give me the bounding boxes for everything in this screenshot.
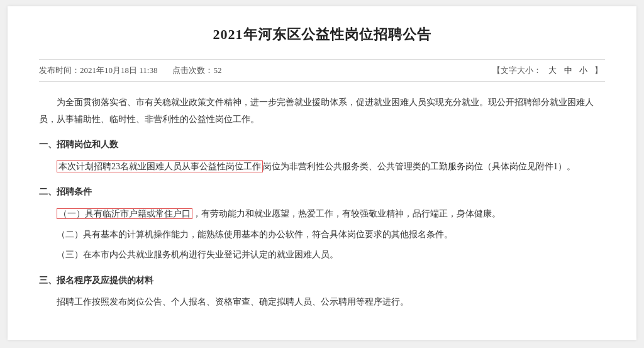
font-size-bracket-open: 【文字大小： xyxy=(492,65,541,75)
section1-rest: 岗位为非营利性公共服务类、公共管理类的工勤服务岗位（具体岗位见附件1）。 xyxy=(263,162,575,171)
condition1-rest: ，有劳动能力和就业愿望，热爱工作，有较强敬业精神，品行端正，身体健康。 xyxy=(192,209,501,218)
section3-para: 招聘工作按照发布岗位公告、个人报名、资格审查、确定拟聘人员、公示聘用等程序进行。 xyxy=(39,294,605,311)
article-content: 为全面贯彻落实省、市有关稳就业政策文件精神，进一步完善就业援助体系，促进就业困难… xyxy=(39,94,605,311)
page-container: 2021年河东区公益性岗位招聘公告 发布时间：2021年10月18日 11:38… xyxy=(8,6,636,340)
section1-title: 一、招聘岗位和人数 xyxy=(39,137,605,154)
publish-time: 发布时间：2021年10月18日 11:38 xyxy=(39,65,157,76)
intro-paragraph: 为全面贯彻落实省、市有关稳就业政策文件精神，进一步完善就业援助体系，促进就业困难… xyxy=(39,94,605,128)
section3-title: 三、报名程序及应提供的材料 xyxy=(39,272,605,289)
section1-highlight: 本次计划招聘23名就业困难人员从事公益性岗位工作 xyxy=(57,160,263,172)
condition3: （三）在本市内公共就业服务机构进行失业登记并认定的就业困难人员。 xyxy=(39,247,605,264)
font-medium-btn[interactable]: 中 xyxy=(564,65,572,75)
font-large-btn[interactable]: 大 xyxy=(548,65,557,75)
condition1-highlight: （一）具有临沂市户籍或常住户口 xyxy=(57,208,192,219)
font-size-bracket-close: 】 xyxy=(594,65,602,75)
meta-bar: 发布时间：2021年10月18日 11:38 点击次数：52 【文字大小： 大 … xyxy=(39,59,605,82)
section2-title: 二、招聘条件 xyxy=(39,184,605,201)
font-size-control: 【文字大小： 大 中 小 】 xyxy=(490,65,605,76)
condition1: （一）具有临沂市户籍或常住户口，有劳动能力和就业愿望，热爱工作，有较强敬业精神，… xyxy=(39,206,605,223)
font-small-btn[interactable]: 小 xyxy=(579,65,587,75)
section1-body: 本次计划招聘23名就业困难人员从事公益性岗位工作岗位为非营利性公共服务类、公共管… xyxy=(39,159,605,176)
meta-left: 发布时间：2021年10月18日 11:38 点击次数：52 xyxy=(39,65,221,76)
condition2: （二）具有基本的计算机操作能力，能熟练使用基本的办公软件，符合具体岗位要求的其他… xyxy=(39,227,605,244)
click-count: 点击次数：52 xyxy=(172,65,221,76)
page-title: 2021年河东区公益性岗位招聘公告 xyxy=(39,25,605,44)
